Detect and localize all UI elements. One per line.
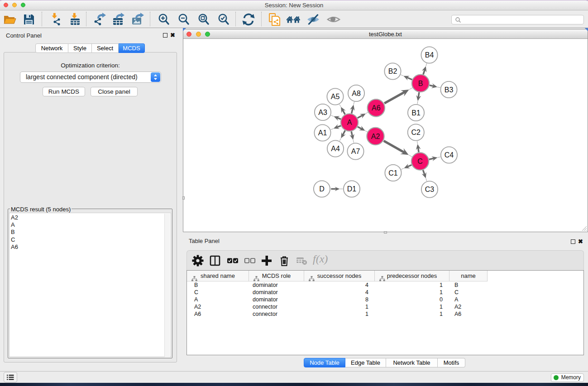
svg-text:D1: D1 [347,185,357,193]
svg-text:A3: A3 [318,109,327,116]
svg-text:A6: A6 [372,104,381,112]
svg-text:B3: B3 [445,86,454,94]
svg-text:A: A [347,119,352,126]
svg-text:B: B [418,80,423,87]
svg-text:B1: B1 [411,109,421,117]
svg-text:C1: C1 [388,169,398,177]
svg-text:B2: B2 [388,67,397,75]
svg-text:B4: B4 [425,51,434,59]
svg-text:A2: A2 [371,133,380,140]
svg-text:C2: C2 [411,129,421,136]
svg-text:A7: A7 [351,148,360,155]
svg-text:C: C [417,157,423,165]
svg-text:A1: A1 [318,129,327,137]
svg-text:A5: A5 [331,93,340,100]
svg-text:A4: A4 [331,145,340,152]
svg-text:C3: C3 [425,186,435,193]
svg-text:D: D [319,185,325,193]
svg-text:A8: A8 [352,90,361,97]
svg-text:C4: C4 [445,151,454,159]
